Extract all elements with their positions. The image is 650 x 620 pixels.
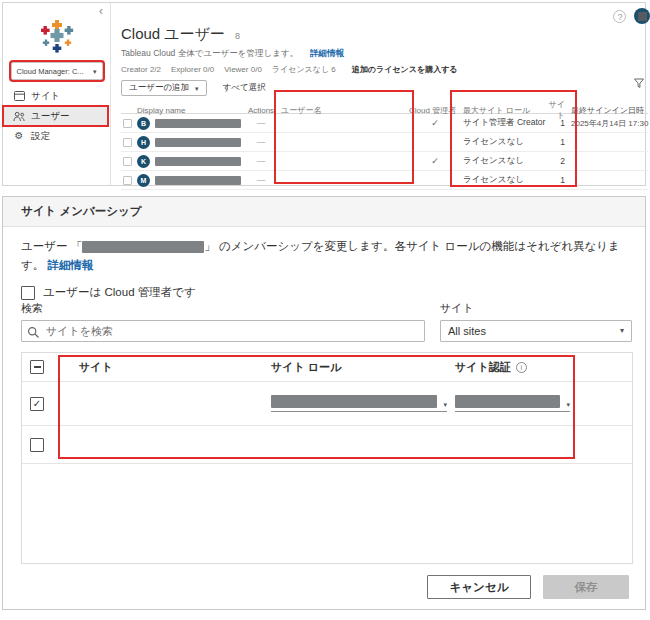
help-icon[interactable]: ?: [613, 10, 626, 23]
row-checkbox[interactable]: [30, 438, 44, 452]
admin-content: Cloud ユーザー 8 Tableau Cloud 全体でユーザーを管理します…: [111, 3, 650, 190]
indeterminate-icon: [34, 366, 41, 368]
description-before: ユーザー 「: [21, 240, 82, 252]
add-user-label: ユーザーの追加: [129, 82, 189, 94]
license-viewer: Viewer 0/0: [224, 65, 262, 74]
user-avatar-menu[interactable]: [634, 8, 650, 24]
info-icon[interactable]: i: [516, 362, 527, 373]
redacted-avatar: [638, 12, 647, 21]
membership-table: サイト サイト ロール サイト認証 i ✓ ▾: [21, 352, 633, 564]
select-all-checkbox[interactable]: [30, 360, 44, 374]
account-switcher-dropdown[interactable]: Cloud Manager: C... ▾: [11, 62, 103, 80]
sidebar-item-label: 設定: [31, 130, 50, 143]
sidebar-nav: サイト ユーザー ⚙ 設定: [3, 87, 110, 145]
col-display-name: Display name: [137, 106, 245, 115]
cancel-button[interactable]: キャンセル: [427, 575, 531, 599]
search-group: 検索: [21, 301, 425, 342]
row-checkbox[interactable]: ✓: [30, 397, 44, 411]
row-checkbox[interactable]: [123, 157, 132, 166]
redacted-display-name: [155, 138, 241, 147]
chevron-down-icon: ▾: [620, 327, 624, 335]
collapse-sidebar-icon[interactable]: ‹: [99, 4, 103, 18]
sidebar-item-settings[interactable]: ⚙ 設定: [4, 127, 107, 145]
col-site: サイト: [79, 360, 271, 375]
tableau-logo: [38, 18, 76, 54]
max-site-role-cell: ライセンスなし: [461, 174, 545, 186]
col-user-name: ユーザー名: [277, 105, 409, 116]
table-row[interactable]: H — ライセンスなし 1: [121, 133, 648, 152]
site-auth-dropdown[interactable]: ▾: [455, 395, 570, 412]
site-filter-dropdown[interactable]: All sites ▾: [440, 320, 632, 342]
col-site-role: サイト ロール: [271, 360, 455, 375]
user-count-badge: 8: [235, 31, 240, 41]
table-row[interactable]: K — ✓ ライセンスなし 2: [121, 152, 648, 171]
sidebar-item-label: サイト: [31, 90, 60, 103]
actions-cell[interactable]: —: [245, 175, 277, 185]
license-summary: Creator 2/2 Explorer 0/0 Viewer 0/0 ライセン…: [121, 64, 648, 75]
row-checkbox[interactable]: [123, 119, 132, 128]
details-link[interactable]: 詳細情報: [310, 48, 344, 58]
chevron-down-icon: ▾: [566, 401, 570, 408]
search-input[interactable]: [21, 320, 425, 342]
users-icon: [13, 111, 25, 122]
redacted-user-name: [82, 241, 204, 253]
page-subtitle: Tableau Cloud 全体でユーザーを管理します。: [121, 48, 298, 58]
max-site-role-cell: ライセンスなし: [461, 155, 545, 167]
col-actions: Actions: [245, 106, 277, 115]
cloud-admin-check: ✓: [409, 156, 461, 166]
sites-count-cell: 1: [545, 118, 569, 128]
redacted-display-name: [155, 176, 241, 185]
buy-licenses-link[interactable]: 追加のライセンスを購入する: [352, 64, 458, 75]
dialog-description: ユーザー 「」 のメンバーシップを変更します。各サイト ロールの機能はそれぞれ異…: [3, 227, 645, 275]
license-creator: Creator 2/2: [121, 65, 161, 74]
sites-count-cell: 2: [545, 156, 569, 166]
sites-count-cell: 1: [545, 137, 569, 147]
actions-cell[interactable]: —: [245, 156, 277, 166]
account-switcher-label: Cloud Manager: C...: [17, 67, 84, 76]
license-unlicensed: ライセンスなし 6: [272, 64, 336, 75]
cloud-users-admin-window: ‹ Cloud Manager: C... ▾ サイト: [2, 2, 646, 186]
add-user-button[interactable]: ユーザーの追加 ▾: [121, 80, 207, 96]
page-title: Cloud ユーザー: [121, 25, 225, 44]
filter-icon[interactable]: [633, 75, 645, 93]
col-last-signin: 最終サインイン日時: [569, 105, 648, 116]
sites-icon: [13, 91, 25, 101]
site-role-dropdown[interactable]: ▾: [271, 395, 447, 412]
cloud-admin-checkbox[interactable]: [21, 286, 35, 300]
sidebar: ‹ Cloud Manager: C... ▾ サイト: [3, 3, 111, 185]
details-link[interactable]: 詳細情報: [47, 259, 93, 271]
actions-cell[interactable]: —: [245, 137, 277, 147]
table-row[interactable]: B — ✓ サイト管理者 Creator 1 2025年4月14日 17:30: [121, 114, 648, 133]
chevron-down-icon: ▾: [93, 68, 97, 75]
site-membership-dialog: サイト メンバーシップ ユーザー 「」 のメンバーシップを変更します。各サイト …: [2, 196, 646, 610]
site-filter-label: サイト: [440, 301, 632, 316]
redacted-site-auth-value: [455, 395, 560, 408]
sidebar-item-sites[interactable]: サイト: [4, 87, 107, 105]
select-all-button[interactable]: すべて選択: [223, 82, 266, 94]
actions-cell[interactable]: —: [245, 118, 277, 128]
table-row[interactable]: ✓ ▾ ▾: [22, 382, 632, 426]
search-icon: [27, 325, 40, 343]
col-site-auth: サイト認証: [455, 360, 511, 375]
col-max-site-role: 最大サイト ロール: [461, 105, 545, 116]
dialog-title: サイト メンバーシップ: [3, 197, 645, 227]
site-filter-group: サイト All sites ▾: [440, 301, 632, 342]
row-checkbox[interactable]: [123, 176, 132, 185]
gear-icon: ⚙: [13, 131, 25, 141]
membership-table-header: サイト サイト ロール サイト認証 i: [22, 353, 632, 382]
cloud-admin-check: ✓: [409, 118, 461, 128]
screenshot-root: ‹ Cloud Manager: C... ▾ サイト: [0, 0, 650, 620]
sidebar-item-users[interactable]: ユーザー: [4, 107, 107, 125]
save-button[interactable]: 保存: [543, 575, 629, 599]
table-row[interactable]: [22, 426, 632, 464]
users-table-header: Display name Actions ユーザー名 Cloud 管理者 最大サ…: [121, 99, 648, 114]
topbar: ?: [613, 8, 650, 24]
redacted-display-name: [155, 157, 241, 166]
avatar: K: [137, 155, 150, 168]
sidebar-item-label: ユーザー: [31, 110, 69, 123]
search-label: 検索: [21, 301, 425, 316]
row-checkbox[interactable]: [123, 138, 132, 147]
redacted-site-role-value: [271, 395, 437, 408]
redacted-display-name: [155, 119, 241, 128]
table-row[interactable]: M — ライセンスなし 1: [121, 171, 648, 190]
